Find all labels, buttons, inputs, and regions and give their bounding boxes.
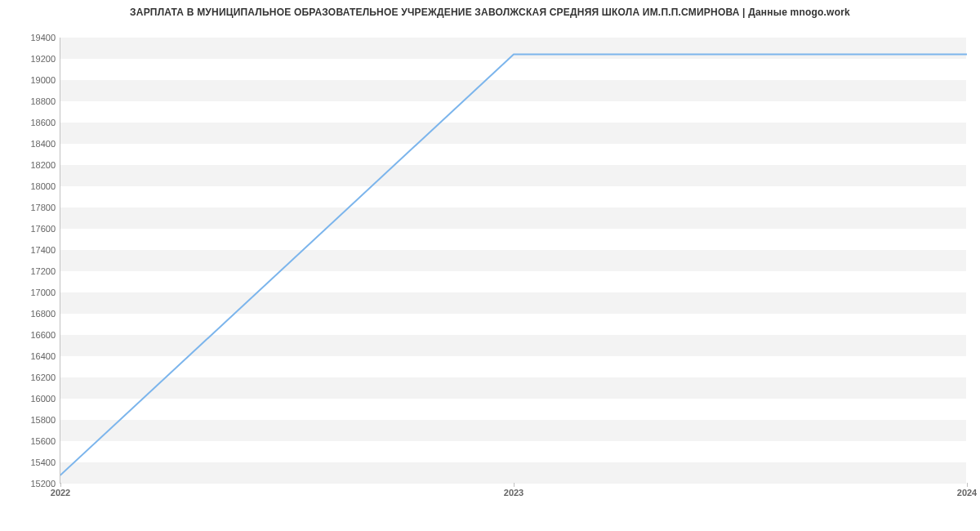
y-tick-label: 15600 [30,436,60,446]
y-tick-label: 18600 [30,118,60,127]
y-tick-label: 16800 [30,309,60,319]
grid-band [60,165,966,186]
chart-title: ЗАРПЛАТА В МУНИЦИПАЛЬНОЕ ОБРАЗОВАТЕЛЬНОЕ… [0,7,980,18]
grid-band [60,123,966,144]
grid-band [60,462,966,484]
y-tick-label: 17200 [30,266,60,276]
y-tick-label: 17800 [30,203,60,212]
y-tick-label: 18400 [30,139,60,149]
plot-area: 1520015400156001580016000162001640016600… [60,38,966,484]
y-tick-label: 16600 [30,330,60,340]
grid-band [60,420,966,441]
y-tick-label: 19000 [30,75,60,85]
y-tick-label: 16200 [30,373,60,382]
grid-band [60,250,966,271]
grid-band [60,292,966,314]
grid-band [60,38,966,59]
x-tick-label: 2024 [957,483,977,498]
grid-band [60,335,966,356]
x-tick-label: 2022 [51,483,70,498]
chart-container: ЗАРПЛАТА В МУНИЦИПАЛЬНОЕ ОБРАЗОВАТЕЛЬНОЕ… [0,0,980,531]
y-tick-label: 17400 [30,245,60,255]
grid-band [60,377,966,399]
y-tick-label: 18000 [30,181,60,191]
grid-band [60,80,966,101]
y-tick-label: 17000 [30,288,60,297]
y-tick-label: 19400 [30,33,60,42]
y-tick-label: 17600 [30,224,60,234]
y-tick-label: 16400 [30,351,60,361]
y-tick-label: 15400 [30,457,60,467]
y-tick-label: 18800 [30,96,60,106]
y-tick-label: 15800 [30,415,60,425]
y-tick-label: 19200 [30,54,60,64]
x-tick-label: 2023 [504,483,523,498]
y-tick-label: 16000 [30,394,60,404]
grid-band [60,207,966,229]
y-tick-label: 18200 [30,160,60,170]
